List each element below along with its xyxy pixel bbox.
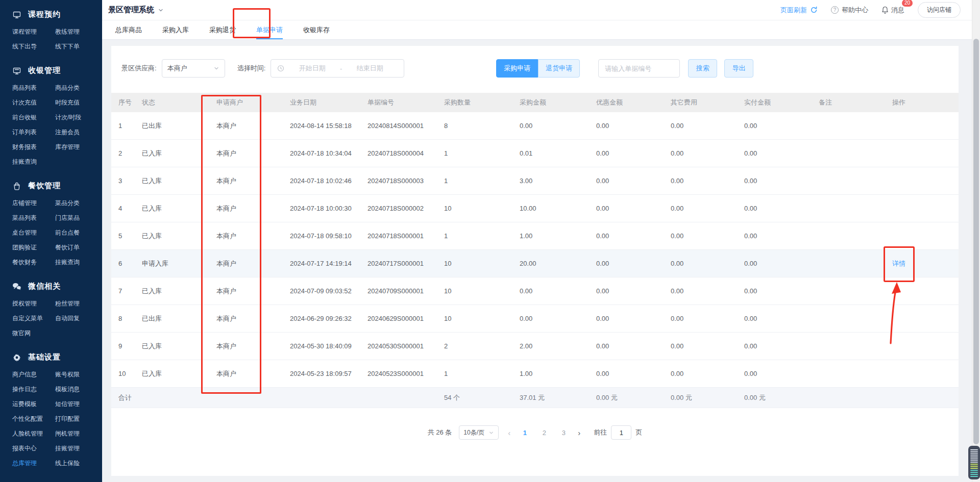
- sidebar-item[interactable]: 财务报表: [12, 140, 55, 155]
- sidebar-item[interactable]: 线上保险: [55, 456, 98, 471]
- sidebar-item[interactable]: 授权管理: [12, 296, 55, 311]
- sidebar-item[interactable]: 门店菜品: [55, 211, 98, 225]
- search-button[interactable]: 搜索: [688, 59, 717, 78]
- sidebar-item[interactable]: 计次/时段: [55, 110, 98, 125]
- page-title: 景区管理系统: [108, 5, 154, 15]
- sidebar-item[interactable]: 运费模板: [12, 397, 55, 412]
- supplier-select[interactable]: 本商户: [162, 59, 225, 78]
- sidebar-item[interactable]: 店铺管理: [12, 196, 55, 211]
- return-apply-button[interactable]: 退货申请: [538, 59, 580, 78]
- table-row[interactable]: 10 已入库 本商户 2024-05-23 18:09:57 20240523S…: [111, 360, 959, 388]
- supplier-label: 景区供应商:: [121, 64, 157, 73]
- page-number[interactable]: 3: [560, 429, 567, 437]
- detail-link[interactable]: 详情: [892, 260, 905, 267]
- cell-other-fee: 0.00: [665, 315, 738, 322]
- sidebar-item[interactable]: 自动回复: [55, 311, 98, 326]
- export-button[interactable]: 导出: [724, 59, 753, 78]
- cell-paid: 0.00: [738, 342, 813, 350]
- sidebar-item[interactable]: 前台点餐: [55, 225, 98, 240]
- sidebar-item[interactable]: 商品列表: [12, 81, 55, 95]
- sidebar-item[interactable]: 微官网: [12, 326, 55, 341]
- sidebar-item[interactable]: 总库管理: [12, 456, 55, 471]
- sidebar-item[interactable]: 短信管理: [55, 397, 98, 412]
- sidebar-item[interactable]: 课程管理: [12, 24, 55, 39]
- sidebar-item[interactable]: 打印配置: [55, 412, 98, 426]
- sidebar-item[interactable]: 餐饮订单: [55, 240, 98, 255]
- table-row[interactable]: 9 已入库 本商户 2024-05-30 18:40:09 20240530S0…: [111, 333, 959, 360]
- table-row[interactable]: 7 已入库 本商户 2024-07-09 09:03:52 20240709S0…: [111, 277, 959, 305]
- tab[interactable]: 采购退货: [209, 20, 236, 39]
- sidebar-item[interactable]: 挂账查询: [12, 155, 55, 169]
- sidebar-item[interactable]: 订单列表: [12, 125, 55, 140]
- table-row[interactable]: 4 已入库 本商户 2024-07-18 10:00:30 20240718S0…: [111, 195, 959, 222]
- sidebar-item[interactable]: 教练管理: [55, 24, 98, 39]
- sidebar-item[interactable]: 前台收银: [12, 110, 55, 125]
- col-header-index: 序号: [111, 98, 136, 107]
- sidebar-item[interactable]: 注册会员: [55, 125, 98, 140]
- sidebar-item[interactable]: 挂账管理: [55, 441, 98, 456]
- sidebar-item[interactable]: 商品分类: [55, 81, 98, 95]
- sidebar-item[interactable]: 商户信息: [12, 367, 55, 382]
- next-page-icon[interactable]: ›: [576, 428, 582, 437]
- sidebar-item[interactable]: 团购验证: [12, 240, 55, 255]
- sidebar-item[interactable]: 账号权限: [55, 367, 98, 382]
- tab[interactable]: 收银库存: [303, 20, 330, 39]
- table-row[interactable]: 1 已出库 本商户 2024-08-14 15:58:18 20240814S0…: [111, 112, 959, 140]
- sidebar-item[interactable]: 线下下单: [55, 39, 98, 54]
- refresh-icon: [810, 6, 818, 14]
- table-row[interactable]: 8 已出库 本商户 2024-06-29 09:26:32 20240629S0…: [111, 305, 959, 333]
- sidebar-item[interactable]: 个性化配置: [12, 412, 55, 426]
- sidebar-item[interactable]: 模板消息: [55, 382, 98, 397]
- scrollbar-thumb[interactable]: [973, 39, 979, 444]
- vertical-scrollbar[interactable]: [972, 0, 980, 482]
- question-circle-icon: ?: [831, 6, 839, 14]
- sidebar-item[interactable]: 操作日志: [12, 382, 55, 397]
- page-number[interactable]: 1: [522, 429, 528, 437]
- sidebar-section-course: 课程预约 课程管理教练管理线下出导线下下单: [0, 5, 102, 56]
- sidebar-item[interactable]: 挂账查询: [55, 255, 98, 270]
- sidebar-item[interactable]: 报表中心: [12, 441, 55, 456]
- sidebar-item[interactable]: 粉丝管理: [55, 296, 98, 311]
- table-row[interactable]: 5 已入库 本商户 2024-07-18 09:58:10 20240718S0…: [111, 222, 959, 250]
- cell-index: 9: [111, 342, 136, 350]
- cell-qty: 1: [438, 177, 513, 185]
- sidebar-item[interactable]: 库存管理: [55, 140, 98, 155]
- sidebar-item[interactable]: 线下出导: [12, 39, 55, 54]
- purchase-apply-button[interactable]: 采购申请: [496, 59, 538, 78]
- goto-page-input[interactable]: [611, 425, 631, 440]
- sidebar-item[interactable]: 时段充值: [55, 95, 98, 110]
- cell-index: 6: [111, 260, 136, 267]
- sidebar-item[interactable]: 餐饮财务: [12, 255, 55, 270]
- cell-other-fee: 0.00: [665, 342, 738, 350]
- date-range-picker[interactable]: 开始日期 - 结束日期: [271, 59, 404, 78]
- visit-shop-button[interactable]: 访问店铺: [918, 2, 961, 18]
- order-no-input[interactable]: [598, 59, 680, 78]
- page-number[interactable]: 2: [541, 429, 547, 437]
- prev-page-icon[interactable]: ‹: [506, 428, 512, 437]
- sidebar-item[interactable]: 闸机管理: [55, 426, 98, 441]
- wechat-icon: [12, 282, 21, 291]
- sidebar-item[interactable]: 菜品列表: [12, 211, 55, 225]
- cell-amount: 1.00: [513, 232, 590, 240]
- tab-label: 单据申请: [256, 26, 283, 35]
- cell-merchant: 本商户: [210, 232, 284, 241]
- refresh-page-button[interactable]: 页面刷新: [780, 6, 818, 15]
- system-title-dropdown[interactable]: 景区管理系统: [108, 5, 164, 15]
- sidebar-item[interactable]: 菜品分类: [55, 196, 98, 211]
- sidebar-item[interactable]: 桌台管理: [12, 225, 55, 240]
- cell-merchant: 本商户: [210, 259, 284, 268]
- sidebar-item[interactable]: 自定义菜单: [12, 311, 55, 326]
- tab[interactable]: 采购入库: [162, 20, 189, 39]
- tab[interactable]: 总库商品: [115, 20, 142, 39]
- messages-button[interactable]: 消息 20: [881, 6, 904, 15]
- table-row[interactable]: 3 已入库 本商户 2024-07-18 10:02:46 20240718S0…: [111, 167, 959, 195]
- page-size-select[interactable]: 10条/页: [459, 425, 499, 440]
- sidebar-item[interactable]: 人脸机管理: [12, 426, 55, 441]
- col-header-order-no: 单据编号: [361, 98, 438, 107]
- help-center-button[interactable]: ? 帮助中心: [831, 6, 868, 15]
- table-row[interactable]: 6 申请入库 本商户 2024-07-17 14:19:14 20240717S…: [111, 250, 959, 277]
- tab[interactable]: 单据申请: [256, 20, 283, 39]
- sidebar-item[interactable]: 计次充值: [12, 95, 55, 110]
- table-row[interactable]: 2 已入库 本商户 2024-07-18 10:34:04 20240718S0…: [111, 140, 959, 167]
- tab-label: 采购入库: [162, 26, 189, 35]
